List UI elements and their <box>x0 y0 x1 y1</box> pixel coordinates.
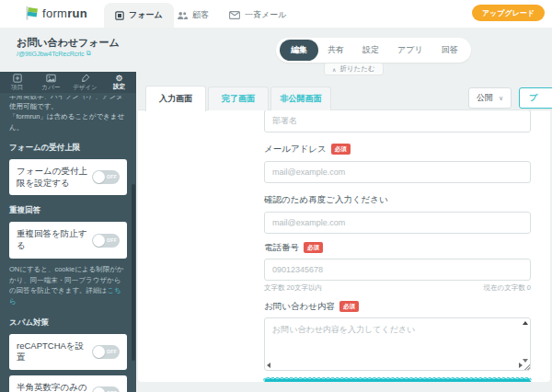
scroll-up-icon[interactable] <box>523 321 528 325</box>
alnum-filter-card: 半角英数字のみの投稿を弾く OFF <box>9 375 127 392</box>
preview-button[interactable]: プ <box>519 87 552 109</box>
tab-private-screen[interactable]: 非公開画面 <box>270 86 331 110</box>
duplicate-card: 重複回答を防止する OFF <box>9 222 127 259</box>
email-confirm-input[interactable] <box>264 212 531 234</box>
limit-card: フォームの受付上限を設定する OFF <box>9 159 127 196</box>
tab-customers[interactable]: 顧客 <box>166 3 220 28</box>
form-canvas: メールアドレス 必須 確認のため再度ご入力ください 電話番号 必須 文字数 20… <box>138 110 550 382</box>
char-count-row: 文字数 20文字以内 現在の文字数 0 <box>264 283 531 293</box>
form-section-nav: 編集 共有 設定 アプリ 回答 <box>276 38 471 63</box>
email-confirm-label-row: 確認のため再度ご入力ください <box>264 194 531 206</box>
form-url-link[interactable]: /@9tiGJbw4TcRecRcrlc ⧉ <box>17 50 91 57</box>
collapse-button[interactable]: ∧ 折りたたむ <box>324 63 384 75</box>
topbar: formrun フォーム 顧客 一斉メール アップグレード <box>0 0 552 28</box>
section-spam-label: スパム対策 <box>9 317 127 329</box>
url-note: 使用可能です。 「formrun」は含めることができません。 <box>9 101 127 133</box>
form-icon <box>115 11 124 20</box>
sidebar-scrollbar <box>132 184 135 361</box>
department-input[interactable] <box>264 110 531 133</box>
required-badge: 必須 <box>331 144 351 155</box>
tab-complete-screen[interactable]: 完了画面 <box>208 86 269 110</box>
gear-icon: ⚙ <box>115 75 122 82</box>
envelope-icon <box>229 11 240 19</box>
image-icon <box>46 74 56 83</box>
tab-forms-label: フォーム <box>129 9 163 21</box>
phone-input[interactable] <box>264 259 531 281</box>
chevron-down-icon: ∨ <box>499 95 503 102</box>
screen-tab-row: 入力画面 完了画面 非公開画面 公開 ∨ プ <box>138 86 552 110</box>
sidebar-item-cover[interactable]: カバー <box>34 72 68 93</box>
form-header: お問い合わせフォーム /@9tiGJbw4TcRecRcrlc ⧉ 編集 共有 … <box>0 28 552 72</box>
nav-share[interactable]: 共有 <box>318 40 353 61</box>
tab-input-screen[interactable]: 入力画面 <box>145 86 206 111</box>
tab-bulk-mail-label: 一斉メール <box>245 9 286 21</box>
page-title: お問い合わせフォーム <box>17 36 120 50</box>
inquiry-label-row: お問い合わせ内容 必須 <box>264 301 531 313</box>
nav-answers[interactable]: 回答 <box>432 40 467 61</box>
sidebar-settings-panel: 半角英数字、ハイフン（-）、アンダーバー（_）が 使用可能です。 「formru… <box>0 93 136 392</box>
scroll-left-icon[interactable] <box>267 363 270 368</box>
external-link-icon: ⧉ <box>86 50 91 57</box>
tab-bulk-mail[interactable]: 一斉メール <box>218 3 297 28</box>
nav-edit[interactable]: 編集 <box>280 40 318 61</box>
required-badge: 必須 <box>339 301 359 312</box>
logo-text: formrun <box>42 6 87 20</box>
sidebar-item-settings[interactable]: ⚙ 設定 <box>102 72 136 93</box>
submit-button[interactable]: 送信 <box>264 378 531 383</box>
limit-toggle[interactable]: OFF <box>92 170 120 184</box>
formrun-logo[interactable]: formrun <box>25 6 87 20</box>
char-count-note: 現在の文字数 0 <box>484 283 531 293</box>
email-input[interactable] <box>264 161 531 183</box>
phone-label-row: 電話番号 必須 <box>264 242 531 254</box>
tab-forms[interactable]: フォーム <box>104 3 174 28</box>
formrun-flag-icon <box>25 6 39 20</box>
formrun-app: formrun フォーム 顧客 一斉メール アップグレード <box>0 0 552 392</box>
users-icon <box>177 11 188 20</box>
brush-icon <box>81 74 90 83</box>
section-limit-label: フォームの受付上限 <box>9 143 127 154</box>
nav-apps[interactable]: アプリ <box>388 40 432 61</box>
scrollbar-thumb[interactable] <box>132 184 135 361</box>
alnum-filter-toggle[interactable]: OFF <box>92 386 120 392</box>
publish-dropdown[interactable]: 公開 ∨ <box>468 87 512 109</box>
plus-square-icon <box>13 74 22 83</box>
sidebar-nav: 項目 カバー デザイン ⚙ 設定 <box>0 72 136 93</box>
inquiry-textarea[interactable] <box>264 317 531 371</box>
settings-sidebar: 項目 カバー デザイン ⚙ 設定 <box>0 72 136 392</box>
recaptcha-card: reCAPTCHAを設置 OFF <box>9 334 127 371</box>
chevron-up-icon: ∧ <box>332 66 336 73</box>
sidebar-item-fields[interactable]: 項目 <box>0 72 34 93</box>
duplicate-helper-text: ONにすると、cookieによる制限がかかり、同一端末・同一ブラウザからの回答を… <box>9 264 127 307</box>
nav-settings[interactable]: 設定 <box>353 40 388 61</box>
sidebar-item-design[interactable]: デザイン <box>68 72 102 93</box>
inquiry-textarea-wrap <box>264 317 531 371</box>
collapse-label: 折りたたむ <box>339 64 374 74</box>
section-duplicate-label: 重複回答 <box>9 205 127 216</box>
url-note-clipped: 半角英数字、ハイフン（-）、アンダーバー（_）が <box>9 96 127 101</box>
duplicate-toggle[interactable]: OFF <box>92 234 120 248</box>
char-limit-note: 文字数 20文字以内 <box>264 283 322 293</box>
upgrade-button[interactable]: アップグレード <box>472 5 545 21</box>
scroll-right-icon[interactable] <box>519 363 523 368</box>
email-label-row: メールアドレス 必須 <box>264 144 531 156</box>
recaptcha-toggle[interactable]: OFF <box>92 345 120 359</box>
resize-grip-icon[interactable] <box>524 364 530 370</box>
form-preview: メールアドレス 必須 確認のため再度ご入力ください 電話番号 必須 文字数 20… <box>264 110 531 382</box>
required-badge: 必須 <box>304 242 323 253</box>
tab-customers-label: 顧客 <box>192 9 209 21</box>
scroll-down-icon[interactable] <box>523 359 528 363</box>
